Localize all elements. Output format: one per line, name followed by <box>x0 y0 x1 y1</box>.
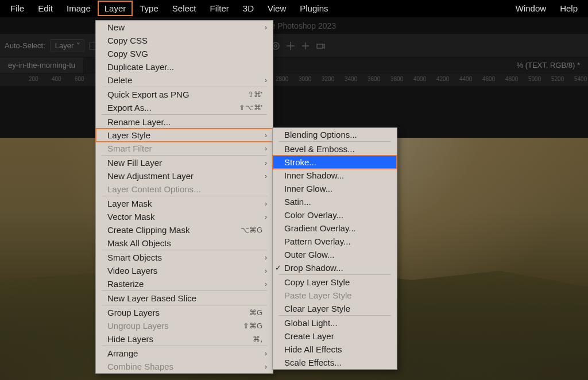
ruler-tick: 3400 <box>345 76 357 82</box>
menu-layer[interactable]: Layer <box>98 1 133 16</box>
horizontal-ruler: 2004006008002800300032003400360038004000… <box>0 73 588 86</box>
layer-item-video-layers[interactable]: Video Layers› <box>96 264 273 277</box>
menu-item-label: Hide Layers <box>107 334 253 344</box>
layer-item-new[interactable]: New› <box>96 21 273 34</box>
menu-item-label: Quick Export as PNG <box>107 90 247 99</box>
style-item-paste-layer-style: Paste Layer Style <box>273 289 397 302</box>
menu-view[interactable]: View <box>261 1 293 16</box>
menu-item-label: Delete <box>107 75 262 85</box>
document-tab-suffix: % (TEXT, RGB/8) * <box>508 57 588 73</box>
ruler-tick: 3600 <box>368 76 380 82</box>
menu-file[interactable]: File <box>3 1 31 16</box>
menu-item-label: Group Layers <box>107 308 249 317</box>
3d-slide-icon[interactable] <box>300 41 311 51</box>
menu-item-label: Outer Glow... <box>284 250 386 259</box>
style-item-scale-effects[interactable]: Scale Effects... <box>273 356 397 369</box>
layer-item-layer-mask[interactable]: Layer Mask› <box>96 197 273 210</box>
chevron-right-icon: › <box>265 76 267 84</box>
menu-item-label: Copy Layer Style <box>284 277 386 287</box>
style-item-drop-shadow[interactable]: ✓Drop Shadow... <box>273 261 397 274</box>
menu-item-label: Rename Layer... <box>107 117 262 127</box>
3d-pan-icon[interactable] <box>285 41 296 51</box>
menu-item-label: New Fill Layer <box>107 158 262 168</box>
layer-item-new-layer-based-slice[interactable]: New Layer Based Slice <box>96 292 273 305</box>
svg-point-5 <box>274 45 277 47</box>
layer-item-hide-layers[interactable]: Hide Layers⌘, <box>96 332 273 346</box>
shortcut-label: ⌥⌘G <box>241 226 262 234</box>
style-item-clear-layer-style[interactable]: Clear Layer Style <box>273 302 397 315</box>
layer-item-copy-css[interactable]: Copy CSS <box>96 34 273 47</box>
ruler-tick: 4200 <box>436 76 449 82</box>
target-layer-select[interactable]: Layer ˅ <box>50 39 85 52</box>
style-item-gradient-overlay[interactable]: Gradient Overlay... <box>273 222 397 235</box>
shortcut-label: ⇧⌥⌘' <box>239 103 262 112</box>
layer-item-vector-mask[interactable]: Vector Mask› <box>96 210 273 223</box>
style-item-stroke[interactable]: Stroke... <box>273 156 397 169</box>
menu-item-label: Ungroup Layers <box>107 321 243 331</box>
menu-select[interactable]: Select <box>165 1 203 16</box>
layer-item-quick-export-as-png[interactable]: Quick Export as PNG⇧⌘' <box>96 88 273 101</box>
style-item-color-overlay[interactable]: Color Overlay... <box>273 208 397 222</box>
chevron-right-icon: › <box>265 159 267 167</box>
style-item-global-light[interactable]: Global Light... <box>273 316 397 329</box>
menu-item-label: Paste Layer Style <box>284 290 386 300</box>
ruler-tick: 5000 <box>528 76 541 82</box>
chevron-right-icon: › <box>265 267 267 275</box>
layer-item-mask-all-objects[interactable]: Mask All Objects <box>96 236 273 250</box>
layer-item-duplicate-layer[interactable]: Duplicate Layer... <box>96 60 273 73</box>
shortcut-label: ⇧⌘' <box>247 90 262 99</box>
document-tab[interactable]: ey-in-the-morning-tu <box>0 57 84 73</box>
ruler-tick: 4600 <box>482 76 495 82</box>
menu-edit[interactable]: Edit <box>31 1 60 16</box>
menu-item-label: Hide All Effects <box>284 344 386 354</box>
menu-window[interactable]: Window <box>509 1 553 16</box>
style-item-satin[interactable]: Satin... <box>273 195 397 208</box>
ruler-tick: 600 <box>75 76 84 82</box>
menu-image[interactable]: Image <box>60 1 98 16</box>
layer-item-copy-svg[interactable]: Copy SVG <box>96 47 273 60</box>
menu-type[interactable]: Type <box>133 1 165 16</box>
menu-3d[interactable]: 3D <box>236 1 261 16</box>
style-item-outer-glow[interactable]: Outer Glow... <box>273 248 397 261</box>
menu-item-label: New Layer Based Slice <box>107 293 262 303</box>
menu-help[interactable]: Help <box>553 1 585 16</box>
ruler-tick: 2800 <box>276 76 288 82</box>
layer-item-layer-style[interactable]: Layer Style› <box>96 129 273 142</box>
style-item-inner-shadow[interactable]: Inner Shadow... <box>273 169 397 182</box>
layer-item-new-fill-layer[interactable]: New Fill Layer› <box>96 156 273 169</box>
menu-filter[interactable]: Filter <box>203 1 236 16</box>
menu-item-label: Create Clipping Mask <box>107 225 241 235</box>
menu-plugins[interactable]: Plugins <box>293 1 335 16</box>
ruler-tick: 4800 <box>505 76 518 82</box>
menu-item-label: Combine Shapes <box>107 362 262 371</box>
style-item-create-layer[interactable]: Create Layer <box>273 329 397 343</box>
style-item-hide-all-effects[interactable]: Hide All Effects <box>273 343 397 356</box>
layer-item-smart-objects[interactable]: Smart Objects› <box>96 251 273 264</box>
style-item-bevel-emboss[interactable]: Bevel & Emboss... <box>273 142 397 156</box>
layer-menu: New›Copy CSSCopy SVGDuplicate Layer...De… <box>95 20 273 374</box>
layer-item-rasterize[interactable]: Rasterize› <box>96 277 273 290</box>
layer-item-group-layers[interactable]: Group Layers⌘G <box>96 306 273 319</box>
menu-item-label: Mask All Objects <box>107 238 262 248</box>
3d-camera-icon[interactable] <box>315 41 326 51</box>
layer-item-export-as[interactable]: Export As...⇧⌥⌘' <box>96 101 273 114</box>
style-item-pattern-overlay[interactable]: Pattern Overlay... <box>273 235 397 248</box>
layer-item-rename-layer[interactable]: Rename Layer... <box>96 115 273 129</box>
layer-item-ungroup-layers: Ungroup Layers⇧⌘G <box>96 319 273 332</box>
chevron-right-icon: › <box>265 280 267 288</box>
layer-item-delete[interactable]: Delete› <box>96 73 273 87</box>
menubar: FileEditImageLayerTypeSelectFilter3DView… <box>0 0 588 17</box>
style-item-blending-options[interactable]: Blending Options... <box>273 128 397 141</box>
menu-item-label: Smart Objects <box>107 253 262 262</box>
ruler-tick: 5200 <box>551 76 564 82</box>
style-item-copy-layer-style[interactable]: Copy Layer Style <box>273 276 397 289</box>
menu-item-label: Layer Mask <box>107 199 262 208</box>
layer-item-new-adjustment-layer[interactable]: New Adjustment Layer› <box>96 169 273 183</box>
layer-item-arrange[interactable]: Arrange› <box>96 347 273 360</box>
shortcut-label: ⌘G <box>249 308 262 317</box>
auto-select-label: Auto-Select: <box>5 41 45 50</box>
chevron-right-icon: › <box>265 363 267 371</box>
ruler-tick: 3800 <box>390 76 403 82</box>
style-item-inner-glow[interactable]: Inner Glow... <box>273 182 397 195</box>
layer-item-create-clipping-mask[interactable]: Create Clipping Mask⌥⌘G <box>96 223 273 236</box>
